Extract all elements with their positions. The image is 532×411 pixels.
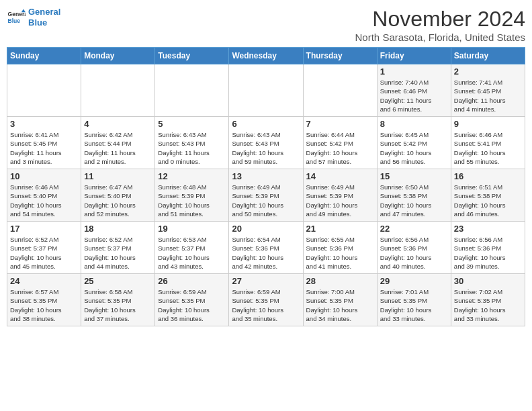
day-number: 30 bbox=[454, 276, 522, 286]
logo-line1: General bbox=[28, 7, 60, 17]
day-cell bbox=[81, 64, 155, 117]
day-cell: 1Sunrise: 7:40 AM Sunset: 6:46 PM Daylig… bbox=[377, 64, 451, 117]
day-number: 26 bbox=[158, 276, 226, 286]
day-info: Sunrise: 6:52 AM Sunset: 5:37 PM Dayligh… bbox=[10, 235, 78, 271]
day-number: 19 bbox=[158, 224, 226, 234]
day-cell bbox=[155, 64, 229, 117]
weekday-header-row: SundayMondayTuesdayWednesdayThursdayFrid… bbox=[7, 48, 525, 64]
day-info: Sunrise: 6:53 AM Sunset: 5:37 PM Dayligh… bbox=[158, 235, 226, 271]
day-cell: 25Sunrise: 6:58 AM Sunset: 5:35 PM Dayli… bbox=[81, 274, 155, 326]
day-number: 10 bbox=[10, 171, 78, 181]
title-block: November 2024 North Sarasota, Florida, U… bbox=[355, 7, 525, 43]
day-info: Sunrise: 6:57 AM Sunset: 5:35 PM Dayligh… bbox=[10, 287, 78, 323]
day-info: Sunrise: 6:41 AM Sunset: 5:45 PM Dayligh… bbox=[10, 130, 78, 166]
day-cell: 22Sunrise: 6:56 AM Sunset: 5:36 PM Dayli… bbox=[377, 222, 451, 274]
day-number: 5 bbox=[158, 119, 226, 129]
day-number: 9 bbox=[454, 119, 522, 129]
location-subtitle: North Sarasota, Florida, United States bbox=[355, 32, 525, 43]
day-number: 1 bbox=[380, 66, 448, 77]
day-cell bbox=[303, 64, 377, 117]
day-cell: 9Sunrise: 6:46 AM Sunset: 5:41 PM Daylig… bbox=[451, 117, 525, 169]
day-info: Sunrise: 6:47 AM Sunset: 5:40 PM Dayligh… bbox=[84, 183, 152, 218]
day-info: Sunrise: 6:43 AM Sunset: 5:43 PM Dayligh… bbox=[232, 130, 300, 166]
day-number: 25 bbox=[84, 276, 152, 286]
day-number: 23 bbox=[454, 224, 522, 234]
day-number: 18 bbox=[84, 224, 152, 234]
weekday-header-thursday: Thursday bbox=[303, 48, 377, 64]
day-cell: 19Sunrise: 6:53 AM Sunset: 5:37 PM Dayli… bbox=[155, 222, 229, 274]
day-cell: 18Sunrise: 6:52 AM Sunset: 5:37 PM Dayli… bbox=[81, 222, 155, 274]
day-number: 20 bbox=[232, 224, 300, 234]
day-cell: 4Sunrise: 6:42 AM Sunset: 5:44 PM Daylig… bbox=[81, 117, 155, 169]
day-number: 29 bbox=[380, 276, 448, 286]
week-row-1: 1Sunrise: 7:40 AM Sunset: 6:46 PM Daylig… bbox=[7, 64, 525, 117]
day-info: Sunrise: 6:52 AM Sunset: 5:37 PM Dayligh… bbox=[84, 235, 152, 271]
day-info: Sunrise: 6:43 AM Sunset: 5:43 PM Dayligh… bbox=[158, 130, 226, 166]
day-number: 3 bbox=[10, 119, 78, 129]
page-header: General Blue General Blue November 2024 … bbox=[7, 7, 525, 43]
day-number: 16 bbox=[454, 171, 522, 181]
day-cell: 6Sunrise: 6:43 AM Sunset: 5:43 PM Daylig… bbox=[229, 117, 303, 169]
day-info: Sunrise: 7:40 AM Sunset: 6:46 PM Dayligh… bbox=[380, 78, 448, 113]
calendar-table: SundayMondayTuesdayWednesdayThursdayFrid… bbox=[7, 47, 525, 326]
logo: General Blue General Blue bbox=[7, 7, 60, 28]
day-cell: 7Sunrise: 6:44 AM Sunset: 5:42 PM Daylig… bbox=[303, 117, 377, 169]
day-number: 11 bbox=[84, 171, 152, 181]
week-row-3: 10Sunrise: 6:46 AM Sunset: 5:40 PM Dayli… bbox=[7, 169, 525, 222]
weekday-header-sunday: Sunday bbox=[7, 48, 81, 64]
day-cell: 30Sunrise: 7:02 AM Sunset: 5:35 PM Dayli… bbox=[451, 274, 525, 326]
day-info: Sunrise: 7:02 AM Sunset: 5:35 PM Dayligh… bbox=[454, 287, 522, 323]
day-info: Sunrise: 6:54 AM Sunset: 5:36 PM Dayligh… bbox=[232, 235, 300, 271]
week-row-2: 3Sunrise: 6:41 AM Sunset: 5:45 PM Daylig… bbox=[7, 117, 525, 169]
weekday-header-monday: Monday bbox=[81, 48, 155, 64]
day-number: 2 bbox=[454, 66, 522, 77]
day-cell: 29Sunrise: 7:01 AM Sunset: 5:35 PM Dayli… bbox=[377, 274, 451, 326]
day-info: Sunrise: 6:45 AM Sunset: 5:42 PM Dayligh… bbox=[380, 130, 448, 166]
day-cell bbox=[229, 64, 303, 117]
logo-line2: Blue bbox=[28, 17, 47, 28]
logo-text: General Blue bbox=[28, 7, 60, 28]
day-cell bbox=[7, 64, 81, 117]
day-cell: 3Sunrise: 6:41 AM Sunset: 5:45 PM Daylig… bbox=[7, 117, 81, 169]
weekday-header-tuesday: Tuesday bbox=[155, 48, 229, 64]
day-cell: 15Sunrise: 6:50 AM Sunset: 5:38 PM Dayli… bbox=[377, 169, 451, 222]
day-cell: 13Sunrise: 6:49 AM Sunset: 5:39 PM Dayli… bbox=[229, 169, 303, 222]
day-number: 28 bbox=[306, 276, 374, 286]
day-cell: 16Sunrise: 6:51 AM Sunset: 5:38 PM Dayli… bbox=[451, 169, 525, 222]
weekday-header-wednesday: Wednesday bbox=[229, 48, 303, 64]
day-number: 6 bbox=[232, 119, 300, 129]
day-info: Sunrise: 6:49 AM Sunset: 5:39 PM Dayligh… bbox=[232, 183, 300, 218]
day-number: 22 bbox=[380, 224, 448, 234]
day-cell: 24Sunrise: 6:57 AM Sunset: 5:35 PM Dayli… bbox=[7, 274, 81, 326]
day-cell: 20Sunrise: 6:54 AM Sunset: 5:36 PM Dayli… bbox=[229, 222, 303, 274]
day-info: Sunrise: 6:42 AM Sunset: 5:44 PM Dayligh… bbox=[84, 130, 152, 166]
day-info: Sunrise: 7:01 AM Sunset: 5:35 PM Dayligh… bbox=[380, 287, 448, 323]
day-cell: 14Sunrise: 6:49 AM Sunset: 5:39 PM Dayli… bbox=[303, 169, 377, 222]
day-info: Sunrise: 7:00 AM Sunset: 5:35 PM Dayligh… bbox=[306, 287, 374, 323]
day-info: Sunrise: 6:59 AM Sunset: 5:35 PM Dayligh… bbox=[158, 287, 226, 323]
day-cell: 26Sunrise: 6:59 AM Sunset: 5:35 PM Dayli… bbox=[155, 274, 229, 326]
day-number: 13 bbox=[232, 171, 300, 181]
svg-text:Blue: Blue bbox=[8, 17, 21, 24]
day-cell: 23Sunrise: 6:56 AM Sunset: 5:36 PM Dayli… bbox=[451, 222, 525, 274]
day-number: 8 bbox=[380, 119, 448, 129]
day-info: Sunrise: 6:46 AM Sunset: 5:41 PM Dayligh… bbox=[454, 130, 522, 166]
day-number: 15 bbox=[380, 171, 448, 181]
day-info: Sunrise: 6:56 AM Sunset: 5:36 PM Dayligh… bbox=[380, 235, 448, 271]
day-number: 14 bbox=[306, 171, 374, 181]
weekday-header-friday: Friday bbox=[377, 48, 451, 64]
day-number: 17 bbox=[10, 224, 78, 234]
day-number: 27 bbox=[232, 276, 300, 286]
day-cell: 8Sunrise: 6:45 AM Sunset: 5:42 PM Daylig… bbox=[377, 117, 451, 169]
day-info: Sunrise: 6:51 AM Sunset: 5:38 PM Dayligh… bbox=[454, 183, 522, 218]
day-info: Sunrise: 6:59 AM Sunset: 5:35 PM Dayligh… bbox=[232, 287, 300, 323]
day-number: 7 bbox=[306, 119, 374, 129]
day-info: Sunrise: 7:41 AM Sunset: 6:45 PM Dayligh… bbox=[454, 78, 522, 113]
day-number: 24 bbox=[10, 276, 78, 286]
day-cell: 5Sunrise: 6:43 AM Sunset: 5:43 PM Daylig… bbox=[155, 117, 229, 169]
day-info: Sunrise: 6:55 AM Sunset: 5:36 PM Dayligh… bbox=[306, 235, 374, 271]
month-title: November 2024 bbox=[355, 7, 525, 32]
day-number: 12 bbox=[158, 171, 226, 181]
day-info: Sunrise: 6:49 AM Sunset: 5:39 PM Dayligh… bbox=[306, 183, 374, 218]
day-info: Sunrise: 6:50 AM Sunset: 5:38 PM Dayligh… bbox=[380, 183, 448, 218]
